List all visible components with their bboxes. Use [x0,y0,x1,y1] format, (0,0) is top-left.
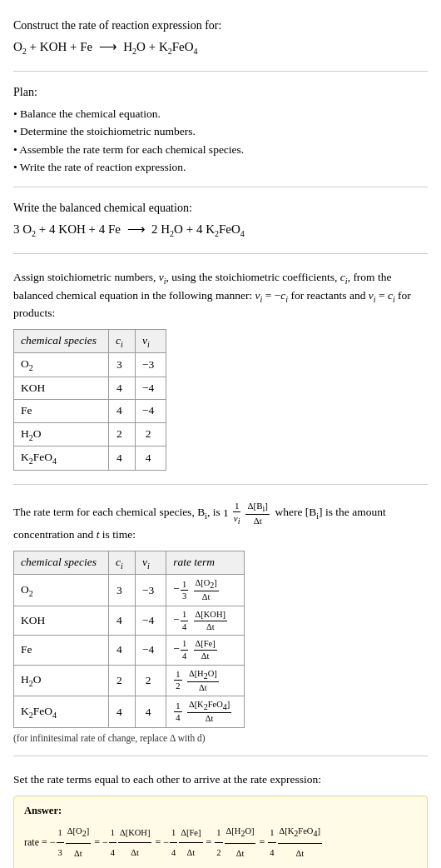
rt-species-k2feo4: K2FeO4 [14,696,109,728]
rt-term-koh: − 1 4 Δ[KOH] Δt [166,606,245,636]
rt-ci-koh: 4 [109,606,136,636]
table-row: K2FeO4 4 4 1 4 Δ[K2FeO4] Δt [14,696,245,728]
section-rate-terms: The rate term for each chemical species,… [13,488,428,756]
rt-term-fe: − 1 4 Δ[Fe] Δt [166,636,245,665]
balanced-equation: 3 O2 + 4 KOH + 4 Fe ⟶ 2 H2O + 4 K2FeO4 [13,220,428,240]
vi-fe: −4 [135,400,166,422]
table-row: O2 3 −3 − 1 3 Δ[O2] Δt [14,575,245,606]
plan-step-1: • Balance the chemical equation. [13,106,428,122]
rt-species-koh: KOH [14,606,109,636]
section1-title: Construct the rate of reaction expressio… [13,17,428,34]
species-k2feo4: K2FeO4 [14,446,109,471]
rt-species-h2o: H2O [14,665,109,696]
rt-col-rateterm: rate term [166,551,245,575]
stoich-col-vi: νi [135,329,166,353]
answer-box: Answer: rate = − 1 3 Δ[O2] Δt = [13,796,428,868]
table-row: Fe 4 −4 − 1 4 Δ[Fe] Δt [14,636,245,665]
ci-koh: 4 [109,377,136,400]
section-balanced: Write the balanced chemical equation: 3 … [13,191,428,254]
species-h2o: H2O [14,422,109,446]
vi-h2o: 2 [135,422,166,446]
answer-intro: Set the rate terms equal to each other t… [13,771,428,788]
stoich-intro: Assign stoichiometric numbers, νi, using… [13,269,428,322]
rt-vi-h2o: 2 [135,665,166,696]
plan-step-4: • Write the rate of reaction expression. [13,159,428,176]
table-row: H2O 2 2 1 2 Δ[H2O] Δt [14,665,245,696]
section-answer: Set the rate terms equal to each other t… [13,760,428,868]
rt-ci-k2feo4: 4 [109,696,136,728]
rt-ci-fe: 4 [109,636,136,665]
table-row: O2 3 −3 [14,353,166,377]
rate-part-koh: − 1 4 Δ[KOH] Δt [102,823,153,862]
table-row: K2FeO4 4 4 [14,446,166,471]
rt-col-vi: νi [135,551,166,575]
rt-vi-o2: −3 [135,575,166,606]
rate-part-o2: − 1 3 Δ[O2] Δt [50,821,92,863]
stoich-table: chemical species ci νi O2 3 −3 KOH 4 −4 … [13,329,166,471]
rt-ci-o2: 3 [109,575,136,606]
ci-fe: 4 [109,400,136,422]
section-stoich: Assign stoichiometric numbers, νi, using… [13,257,428,485]
rate-part-fe: − 1 4 Δ[Fe] Δt [163,823,203,862]
plan-list: • Balance the chemical equation. • Deter… [13,106,428,176]
ci-h2o: 2 [109,422,136,446]
species-o2: O2 [14,353,109,377]
species-fe: Fe [14,400,109,422]
rate-terms-note: (for infinitesimal rate of change, repla… [13,731,428,746]
vi-koh: −4 [135,377,166,400]
table-row: KOH 4 −4 [14,377,166,400]
stoich-col-species: chemical species [14,329,109,353]
rt-col-ci: ci [109,551,136,575]
rt-ci-h2o: 2 [109,665,136,696]
rt-term-h2o: 1 2 Δ[H2O] Δt [166,665,245,696]
rt-col-species: chemical species [14,551,109,575]
rt-species-o2: O2 [14,575,109,606]
vi-k2feo4: 4 [135,446,166,471]
ci-k2feo4: 4 [109,446,136,471]
balanced-title: Write the balanced chemical equation: [13,199,428,217]
vi-o2: −3 [135,353,166,377]
plan-step-2: • Determine the stoichiometric numbers. [13,123,428,140]
rate-expression: rate = − 1 3 Δ[O2] Δt = − 1 [24,821,417,868]
rt-term-k2feo4: 1 4 Δ[K2FeO4] Δt [166,696,245,728]
answer-label: Answer: [24,803,417,819]
rt-term-o2: − 1 3 Δ[O2] Δt [166,575,245,606]
rt-vi-k2feo4: 4 [135,696,166,728]
rt-vi-koh: −4 [135,606,166,636]
section1-reaction: O2 + KOH + Fe ⟶ H2O + K2FeO4 [13,37,428,57]
section-plan: Plan: • Balance the chemical equation. •… [13,75,428,187]
rt-species-fe: Fe [14,636,109,665]
species-koh: KOH [14,377,109,400]
rate-terms-table: chemical species ci νi rate term O2 3 −3… [13,551,245,728]
table-row: H2O 2 2 [14,422,166,446]
rate-part-k2feo4: 1 4 Δ[K2FeO4] Δt [267,821,323,863]
rate-terms-intro: The rate term for each chemical species,… [13,500,428,544]
ci-o2: 3 [109,353,136,377]
rate-part-h2o: 1 2 Δ[H2O] Δt [214,821,256,863]
rt-vi-fe: −4 [135,636,166,665]
stoich-col-ci: ci [109,329,136,353]
plan-title: Plan: [13,83,428,101]
plan-step-3: • Assemble the rate term for each chemic… [13,142,428,158]
table-row: KOH 4 −4 − 1 4 Δ[KOH] Δt [14,606,245,636]
rate-label: rate = [24,831,47,853]
table-row: Fe 4 −4 [14,400,166,422]
section-construct: Construct the rate of reaction expressio… [13,8,428,72]
